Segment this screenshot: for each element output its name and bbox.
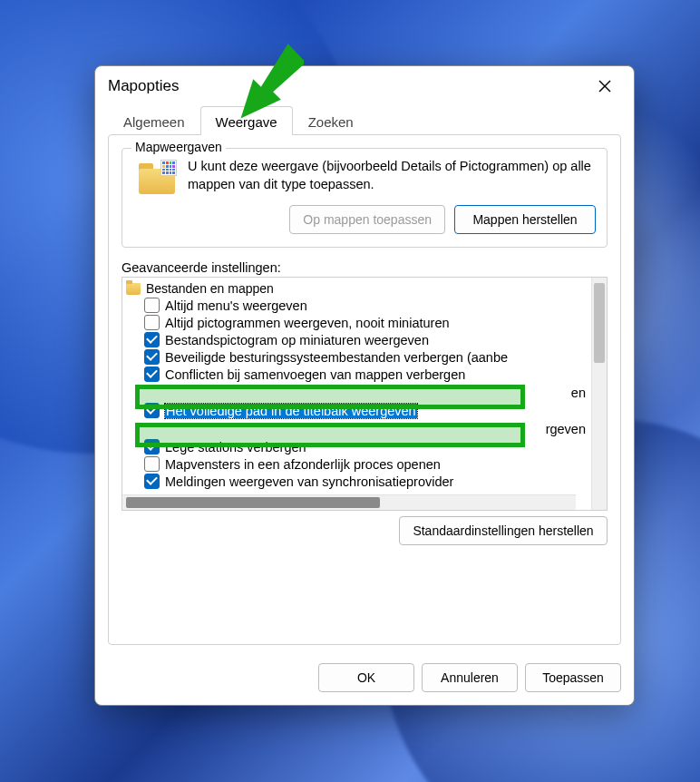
- folder-icon: [139, 161, 175, 194]
- tab-panel-view: Mapweergaven U kunt deze weergave (bijvo…: [108, 134, 621, 645]
- close-button[interactable]: [588, 70, 621, 103]
- vertical-scrollbar[interactable]: [591, 278, 607, 510]
- apply-to-folders-button: Op mappen toepassen: [289, 205, 445, 234]
- cancel-button[interactable]: Annuleren: [422, 663, 518, 692]
- tree-item-highlighted[interactable]: Het volledige pad in de titelbalk weerge…: [144, 402, 591, 419]
- tree-item[interactable]: Beveiligde besturingssysteembestanden ve…: [144, 348, 591, 366]
- folder-views-label: Mapweergaven: [131, 140, 226, 154]
- advanced-label: Geavanceerde instellingen:: [122, 260, 608, 275]
- ok-button[interactable]: OK: [318, 663, 414, 692]
- checkbox[interactable]: [144, 456, 160, 472]
- tree-item[interactable]: Altijd pictogrammen weergeven, nooit min…: [144, 314, 591, 331]
- checkbox[interactable]: [144, 474, 160, 489]
- folder-views-description: U kunt deze weergave (bijvoorbeeld Detai…: [188, 158, 596, 193]
- apply-button[interactable]: Toepassen: [525, 663, 621, 692]
- tree-item[interactable]: Conflicten bij samenvoegen van mappen ve…: [144, 366, 591, 383]
- tree-item-obscured[interactable]: rgeven: [144, 419, 591, 438]
- checkbox[interactable]: [144, 332, 160, 347]
- restore-defaults-button[interactable]: Standaardinstellingen herstellen: [399, 516, 608, 545]
- tree-item[interactable]: Altijd menu's weergeven: [144, 297, 591, 314]
- tree-root-label: Bestanden en mappen: [146, 281, 274, 296]
- tree-item-label-selected: Het volledige pad in de titelbalk weerge…: [165, 404, 417, 418]
- tree-item-obscured[interactable]: en: [144, 383, 591, 402]
- tab-strip: Algemeen Weergave Zoeken: [95, 106, 634, 135]
- checkbox[interactable]: [144, 439, 160, 455]
- checkbox[interactable]: [144, 349, 160, 365]
- folder-views-group: Mapweergaven U kunt deze weergave (bijvo…: [122, 148, 608, 248]
- checkbox[interactable]: [144, 367, 160, 382]
- tree-item[interactable]: Lege stations verbergen: [144, 438, 591, 455]
- horizontal-scrollbar[interactable]: [122, 494, 576, 510]
- advanced-section: Geavanceerde instellingen: Bestanden en …: [122, 260, 608, 545]
- advanced-settings-tree[interactable]: Bestanden en mappen Altijd menu's weerge…: [122, 277, 608, 511]
- tree-item[interactable]: Mapvensters in een afzonderlijk proces o…: [144, 455, 591, 473]
- checkbox[interactable]: [144, 315, 160, 330]
- dialog-action-row: OK Annuleren Toepassen: [95, 654, 634, 705]
- folder-options-dialog: Mapopties Algemeen Weergave Zoeken Mapwe…: [94, 65, 635, 706]
- tree-item[interactable]: Bestandspictogram op miniaturen weergeve…: [144, 331, 591, 348]
- dialog-titlebar[interactable]: Mapopties: [95, 66, 634, 106]
- reset-folders-button[interactable]: Mappen herstellen: [454, 205, 596, 234]
- scroll-thumb[interactable]: [126, 497, 380, 508]
- tab-view[interactable]: Weergave: [200, 106, 293, 135]
- close-icon: [598, 80, 611, 93]
- dialog-title: Mapopties: [108, 77, 588, 95]
- checkbox[interactable]: [144, 298, 160, 313]
- checkbox[interactable]: [144, 403, 160, 418]
- tab-search[interactable]: Zoeken: [293, 106, 369, 135]
- tree-root: Bestanden en mappen: [126, 280, 591, 297]
- tab-general[interactable]: Algemeen: [108, 106, 200, 135]
- scroll-thumb[interactable]: [594, 283, 605, 363]
- tree-item[interactable]: Meldingen weergeven van synchronisatiepr…: [144, 473, 591, 490]
- folder-icon: [126, 283, 141, 295]
